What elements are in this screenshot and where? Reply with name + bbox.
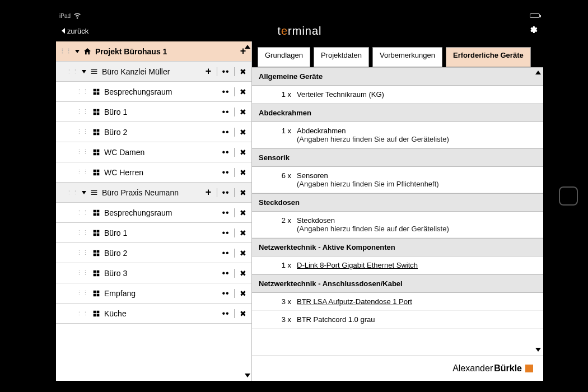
device-qty: 1 x: [269, 261, 291, 269]
more-button[interactable]: [221, 268, 231, 278]
device-section-header: Netzwerktechnik - Aktive Komponenten: [252, 238, 543, 256]
list-icon: [90, 188, 99, 197]
delete-button[interactable]: [238, 228, 248, 238]
scroll-down-icon: [245, 374, 250, 377]
more-button[interactable]: [221, 208, 231, 218]
delete-button[interactable]: [238, 127, 248, 137]
tree-room-row[interactable]: ⋮⋮ Besprechungsraum: [56, 203, 251, 223]
drag-handle-icon[interactable]: ⋮⋮: [76, 310, 88, 317]
drag-handle-icon[interactable]: ⋮⋮: [59, 48, 72, 55]
tree-project-row[interactable]: ⋮⋮ Projekt Bürohaus 1: [56, 41, 251, 62]
expand-icon[interactable]: [82, 70, 86, 73]
delete-button[interactable]: [238, 248, 248, 258]
delete-button[interactable]: [238, 268, 248, 278]
device-item: 3 x BTR Patchcord 1.0 grau: [252, 311, 543, 329]
add-button[interactable]: [203, 188, 213, 198]
drag-handle-icon[interactable]: ⋮⋮: [76, 108, 88, 115]
app-screen: iPad zurück terminal: [56, 11, 543, 381]
tree-room-row[interactable]: ⋮⋮ Büro 3: [56, 263, 251, 283]
tab-grundlagen[interactable]: Grundlagen: [258, 47, 310, 67]
tree-label: Büro 1: [104, 228, 217, 237]
delete-button[interactable]: [238, 288, 248, 298]
tab-projektdaten[interactable]: Projektdaten: [314, 47, 369, 67]
grid-icon: [92, 168, 101, 177]
device-list[interactable]: Allgemeine Geräte 1 x Verteiler Technikr…: [252, 67, 543, 355]
more-button[interactable]: [221, 309, 231, 319]
settings-button[interactable]: [529, 25, 538, 36]
device-link[interactable]: D-Link 8-Port Gigabit Ethernet Switch: [297, 261, 418, 269]
more-button[interactable]: [221, 87, 231, 97]
drag-handle-icon[interactable]: ⋮⋮: [76, 88, 88, 95]
project-tree[interactable]: ⋮⋮ Projekt Bürohaus 1 ⋮⋮ Büro Kanzlei Mü…: [56, 41, 252, 381]
device-item: 6 x Sensoren(Angaben hierzu finden Sie i…: [252, 167, 543, 193]
drag-handle-icon[interactable]: ⋮⋮: [76, 290, 88, 297]
tree-room-row[interactable]: ⋮⋮ Büro 2: [56, 122, 251, 142]
delete-button[interactable]: [238, 167, 248, 178]
drag-handle-icon[interactable]: ⋮⋮: [76, 209, 88, 216]
drag-handle-icon[interactable]: ⋮⋮: [76, 148, 88, 156]
drag-handle-icon[interactable]: ⋮⋮: [66, 68, 78, 75]
device-qty: 2 x: [269, 216, 291, 233]
tree-label: Büro 2: [104, 128, 217, 137]
grid-icon: [92, 269, 101, 278]
delete-button[interactable]: [238, 188, 248, 198]
tree-label: Büro Kanzlei Müller: [102, 67, 200, 76]
more-button[interactable]: [221, 248, 231, 258]
expand-icon[interactable]: [75, 50, 80, 53]
drag-handle-icon[interactable]: ⋮⋮: [76, 128, 88, 136]
device-text: Steckdosen: [297, 216, 335, 225]
device-item: 1 x D-Link 8-Port Gigabit Ethernet Switc…: [252, 256, 543, 274]
tree-room-row[interactable]: ⋮⋮ Küche: [56, 304, 251, 324]
more-button[interactable]: [221, 67, 231, 77]
tree-room-row[interactable]: ⋮⋮ Büro 1: [56, 223, 251, 243]
more-button[interactable]: [221, 147, 231, 157]
tab-erforderliche-geräte[interactable]: Erforderliche Geräte: [446, 47, 531, 67]
tree-room-row[interactable]: ⋮⋮ Büro 2: [56, 243, 251, 263]
drag-handle-icon[interactable]: ⋮⋮: [76, 229, 88, 236]
tree-label: Projekt Bürohaus 1: [95, 47, 235, 56]
delete-button[interactable]: [238, 147, 248, 157]
back-button[interactable]: zurück: [62, 27, 88, 35]
delete-button[interactable]: [238, 208, 248, 218]
drag-handle-icon[interactable]: ⋮⋮: [76, 269, 88, 277]
brand-logo-icon: [525, 365, 533, 372]
device-section-header: Steckdosen: [252, 193, 543, 212]
grid-icon: [92, 148, 101, 157]
add-button[interactable]: [203, 67, 213, 77]
list-icon: [90, 67, 99, 76]
more-button[interactable]: [221, 127, 231, 137]
tree-room-row[interactable]: ⋮⋮ Empfang: [56, 283, 251, 304]
tree-folder-row[interactable]: ⋮⋮ Büro Kanzlei Müller: [56, 62, 251, 82]
drag-handle-icon[interactable]: ⋮⋮: [66, 189, 78, 196]
tree-room-row[interactable]: ⋮⋮ WC Herren: [56, 162, 251, 183]
tree-folder-row[interactable]: ⋮⋮ Büro Praxis Neumann: [56, 183, 251, 203]
delete-button[interactable]: [238, 67, 248, 77]
tree-room-row[interactable]: ⋮⋮ Besprechungsraum: [56, 82, 251, 102]
device-subtext: (Angaben hierzu finden Sie auf der Gerät…: [297, 135, 449, 143]
expand-icon[interactable]: [82, 191, 86, 194]
more-button[interactable]: [221, 188, 231, 198]
more-button[interactable]: [221, 167, 231, 178]
tree-room-row[interactable]: ⋮⋮ WC Damen: [56, 142, 251, 162]
device-section-header: Netzwerktechnik - Anschlussdosen/Kabel: [252, 274, 543, 293]
more-button[interactable]: [221, 288, 231, 298]
delete-button[interactable]: [238, 309, 248, 319]
delete-button[interactable]: [238, 107, 248, 117]
app-bar: zurück terminal: [56, 20, 543, 41]
device-link[interactable]: BTR LSA Aufputz-Datendose 1 Port: [297, 297, 412, 306]
scroll-up-icon: [535, 71, 541, 74]
more-button[interactable]: [221, 107, 231, 117]
tab-vorbemerkungen[interactable]: Vorbemerkungen: [372, 47, 442, 67]
device-subtext: (Angaben hierzu finden Sie auf der Gerät…: [297, 225, 449, 233]
brand-text-a: Alexander: [452, 363, 493, 374]
device-home-button[interactable]: [559, 186, 578, 206]
tree-room-row[interactable]: ⋮⋮ Büro 1: [56, 102, 251, 122]
tree-label: WC Damen: [104, 148, 217, 157]
drag-handle-icon[interactable]: ⋮⋮: [76, 169, 88, 176]
drag-handle-icon[interactable]: ⋮⋮: [76, 249, 88, 256]
detail-panel: GrundlagenProjektdatenVorbemerkungenErfo…: [252, 41, 543, 381]
device-text: Verteiler Technikraum (KG): [297, 90, 384, 99]
more-button[interactable]: [221, 228, 231, 238]
delete-button[interactable]: [238, 87, 248, 97]
device-text: Abdeckrahmen: [297, 127, 346, 135]
